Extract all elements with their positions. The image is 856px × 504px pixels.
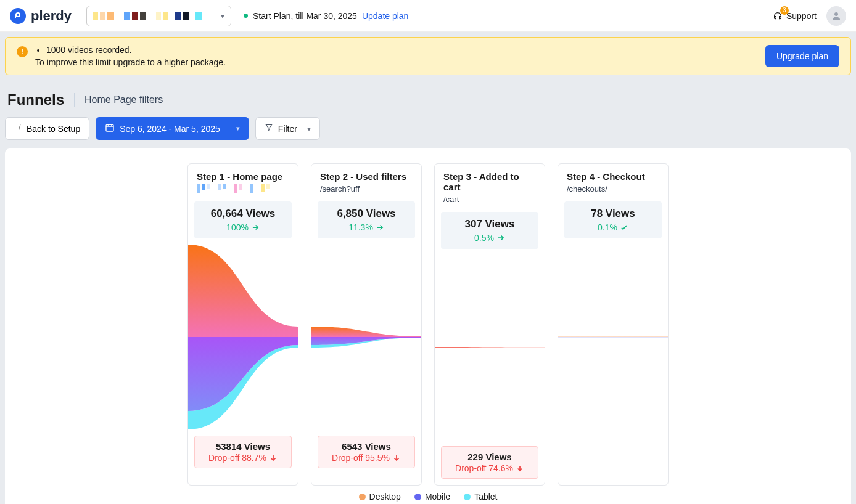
step-pct: 0.1% [570, 222, 656, 232]
chevron-down-icon: ▾ [221, 12, 224, 20]
legend-tablet: Tablet [464, 492, 497, 502]
back-label: Back to Setup [27, 124, 80, 134]
chevron-down-icon: ▾ [236, 124, 240, 132]
back-to-setup-button[interactable]: 〈 Back to Setup [5, 117, 89, 140]
step-views: 6,850 Views [324, 208, 409, 220]
plan-info: Start Plan, till Mar 30, 2025 Update pla… [244, 11, 408, 21]
svg-point-2 [834, 12, 838, 16]
flow-chart [188, 245, 298, 429]
logo[interactable]: plerdy [10, 8, 72, 24]
step-title: Step 3 - Added to cart [443, 171, 536, 192]
step-views: 60,664 Views [200, 208, 286, 220]
limit-alert: ! 1000 videos recorded. To improve this … [5, 37, 851, 75]
funnel-panel: Step 1 - Home page60,664 Views100% 53814… [5, 148, 851, 504]
step-url: /cart [443, 195, 459, 204]
step-url: /checkouts/ [567, 184, 607, 193]
dropoff-box: 229 ViewsDrop-off 74.6% [441, 446, 538, 479]
flow-chart [311, 245, 421, 429]
funnel-step: Step 1 - Home page60,664 Views100% 53814… [187, 163, 298, 486]
flow-chart [558, 245, 668, 429]
legend-mobile: Mobile [414, 492, 450, 502]
step-views: 78 Views [570, 208, 656, 220]
legend: Desktop Mobile Tablet [20, 486, 836, 502]
dropoff-box: 53814 ViewsDrop-off 88.7% [194, 436, 292, 468]
funnel-step: Step 2 - Used filters/search?uff_6,850 V… [311, 163, 422, 486]
plan-text: Start Plan, till Mar 30, 2025 [253, 11, 357, 21]
top-bar: plerdy ▾ Start Plan, till Mar 30, 2025 U… [0, 0, 856, 32]
step-pct: 100% [200, 222, 286, 232]
page-header: Funnels Home Page filters [0, 80, 856, 117]
support-label: Support [786, 11, 817, 21]
funnel-step: Step 4 - Checkout/checkouts/78 Views0.1% [558, 163, 669, 486]
dropoff-pct: Drop-off 95.5% [323, 453, 409, 463]
divider [74, 93, 75, 107]
site-selector-thumb [93, 12, 202, 20]
step-views: 307 Views [447, 218, 532, 230]
upgrade-plan-button[interactable]: Upgrade plan [765, 45, 839, 67]
step-views-box: 307 Views0.5% [441, 212, 538, 249]
dropoff-views: 229 Views [447, 452, 533, 462]
date-range-button[interactable]: Sep 6, 2024 - Mar 5, 2025 ▾ [96, 117, 249, 140]
logo-text: plerdy [31, 8, 72, 24]
funnel-step: Step 3 - Added to cart/cart307 Views0.5%… [434, 163, 545, 486]
step-url-redacted [197, 184, 289, 193]
filter-button[interactable]: Filter ▾ [255, 117, 320, 140]
funnel-steps: Step 1 - Home page60,664 Views100% 53814… [20, 163, 836, 486]
toolbar: 〈 Back to Setup Sep 6, 2024 - Mar 5, 202… [0, 117, 856, 148]
page-title: Funnels [7, 91, 64, 108]
dropoff-views: 6543 Views [323, 441, 409, 452]
filter-label: Filter [278, 124, 297, 134]
chevron-down-icon: ▾ [307, 124, 311, 133]
calendar-icon [105, 123, 115, 134]
step-title: Step 4 - Checkout [567, 171, 659, 182]
logo-icon [10, 8, 26, 24]
step-pct: 11.3% [324, 222, 409, 232]
legend-desktop: Desktop [359, 492, 401, 502]
update-plan-link[interactable]: Update plan [362, 11, 409, 21]
dropoff-views: 53814 Views [200, 441, 286, 452]
step-title: Step 2 - Used filters [320, 171, 413, 182]
step-title: Step 1 - Home page [197, 171, 289, 182]
svg-rect-3 [106, 124, 113, 131]
svg-point-1 [17, 14, 19, 16]
dropoff-pct: Drop-off 88.7% [200, 453, 286, 463]
support-link[interactable]: 3 Support [773, 10, 817, 22]
site-selector[interactable]: ▾ [86, 6, 231, 26]
step-pct: 0.5% [447, 233, 532, 243]
filter-icon [265, 123, 273, 134]
warning-icon: ! [17, 46, 28, 57]
alert-message: To improve this limit upgrade to a highe… [35, 57, 226, 67]
alert-bullet: 1000 videos recorded. [46, 45, 226, 55]
support-badge: 3 [780, 6, 789, 15]
dropoff-box: 6543 ViewsDrop-off 95.5% [318, 436, 415, 468]
step-views-box: 6,850 Views11.3% [318, 201, 415, 238]
flow-chart [435, 255, 545, 440]
page-subtitle: Home Page filters [84, 94, 163, 105]
step-url: /search?uff_ [320, 184, 364, 193]
step-views-box: 78 Views0.1% [564, 201, 662, 238]
chevron-left-icon: 〈 [14, 123, 22, 134]
dropoff-pct: Drop-off 74.6% [447, 463, 533, 473]
user-avatar[interactable] [826, 6, 846, 26]
step-views-box: 60,664 Views100% [194, 201, 292, 238]
status-dot-icon [244, 14, 248, 18]
date-range-label: Sep 6, 2024 - Mar 5, 2025 [120, 124, 220, 134]
